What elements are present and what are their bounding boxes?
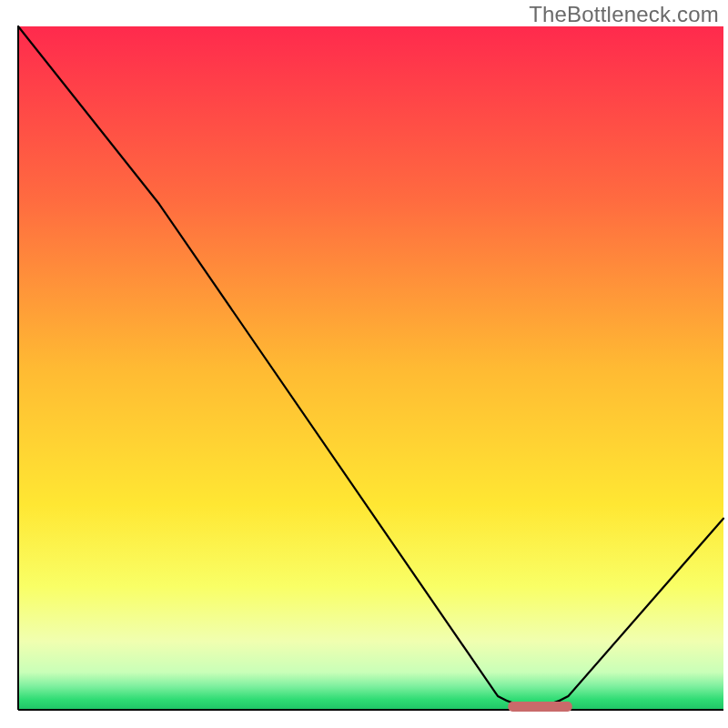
watermark-text: TheBottleneck.com <box>529 2 719 27</box>
optimal-marker <box>508 702 572 712</box>
plot-background <box>18 26 723 710</box>
bottleneck-chart <box>0 0 728 728</box>
chart-container: TheBottleneck.com <box>0 0 728 728</box>
